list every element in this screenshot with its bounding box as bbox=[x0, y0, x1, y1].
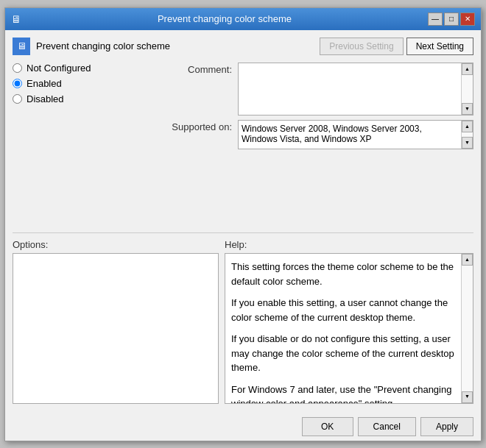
help-text-4: For Windows 7 and later, use the "Preven… bbox=[231, 383, 467, 404]
comment-scroll-up[interactable]: ▲ bbox=[462, 63, 473, 75]
help-text-3: If you disable or do not configure this … bbox=[231, 332, 467, 375]
enabled-option[interactable]: Enabled bbox=[13, 78, 160, 89]
divider bbox=[13, 232, 473, 233]
help-scroll-down[interactable]: ▼ bbox=[462, 391, 473, 403]
options-label: Options: bbox=[13, 239, 219, 250]
right-panel: Comment: ▲ ▼ Supported on: Windows bbox=[166, 63, 473, 227]
options-panel: Options: bbox=[13, 239, 219, 404]
left-panel: Not Configured Enabled Disabled bbox=[13, 63, 160, 227]
help-text-1: This setting forces the theme color sche… bbox=[231, 260, 467, 288]
policy-icon-glyph: 🖥 bbox=[17, 40, 27, 51]
disabled-label: Disabled bbox=[27, 93, 64, 104]
comment-scroll-track bbox=[462, 75, 473, 103]
main-area: Not Configured Enabled Disabled Com bbox=[13, 63, 473, 227]
ok-button[interactable]: OK bbox=[302, 417, 353, 436]
not-configured-radio[interactable] bbox=[13, 63, 22, 73]
supported-row: Supported on: Windows Server 2008, Windo… bbox=[166, 120, 473, 149]
options-box bbox=[13, 253, 219, 404]
cancel-button[interactable]: Cancel bbox=[358, 417, 416, 436]
policy-title-text: Prevent changing color scheme bbox=[36, 40, 170, 51]
minimize-button[interactable]: — bbox=[428, 13, 443, 26]
comment-wrapper: ▲ ▼ bbox=[238, 63, 473, 115]
supported-value: Windows Server 2008, Windows Server 2003… bbox=[239, 121, 461, 149]
enabled-radio[interactable] bbox=[13, 79, 22, 88]
maximize-button[interactable]: □ bbox=[444, 13, 459, 26]
comment-input[interactable] bbox=[239, 63, 461, 115]
not-configured-option[interactable]: Not Configured bbox=[13, 63, 160, 74]
main-window: 🖥 Prevent changing color scheme — □ ✕ 🖥 … bbox=[4, 7, 482, 441]
help-scroll-track bbox=[462, 266, 473, 391]
not-configured-label: Not Configured bbox=[27, 63, 91, 74]
radio-options: Not Configured Enabled Disabled bbox=[13, 63, 160, 109]
comment-scroll-down[interactable]: ▼ bbox=[462, 103, 473, 115]
window-content: 🖥 Prevent changing color scheme Previous… bbox=[5, 30, 481, 411]
supported-scroll-down[interactable]: ▼ bbox=[462, 137, 473, 149]
help-scroll-up[interactable]: ▲ bbox=[462, 254, 473, 266]
disabled-radio[interactable] bbox=[13, 94, 22, 104]
title-bar-icon: 🖥 bbox=[11, 13, 21, 25]
supported-label: Supported on: bbox=[166, 120, 232, 132]
help-box: This setting forces the theme color sche… bbox=[225, 253, 473, 404]
supported-container: Windows Server 2008, Windows Server 2003… bbox=[238, 120, 473, 149]
nav-buttons: Previous Setting Next Setting bbox=[320, 38, 473, 55]
enabled-label: Enabled bbox=[27, 78, 62, 89]
policy-icon: 🖥 bbox=[13, 38, 30, 55]
supported-scrollbar: ▲ ▼ bbox=[461, 121, 473, 149]
bottom-bar: OK Cancel Apply bbox=[5, 411, 481, 441]
title-bar-text: Prevent changing color scheme bbox=[21, 13, 428, 24]
comment-scrollbar: ▲ ▼ bbox=[461, 63, 473, 115]
help-text-2: If you enable this setting, a user canno… bbox=[231, 296, 467, 324]
close-button[interactable]: ✕ bbox=[460, 13, 475, 26]
help-panel: Help: This setting forces the theme colo… bbox=[225, 239, 473, 404]
comment-label: Comment: bbox=[166, 63, 232, 75]
header-row: 🖥 Prevent changing color scheme Previous… bbox=[13, 38, 473, 55]
help-scrollbar: ▲ ▼ bbox=[461, 254, 473, 403]
header-title: 🖥 Prevent changing color scheme bbox=[13, 38, 170, 55]
previous-setting-button[interactable]: Previous Setting bbox=[320, 38, 403, 55]
supported-scroll-up[interactable]: ▲ bbox=[462, 121, 473, 132]
title-bar-controls: — □ ✕ bbox=[428, 13, 475, 26]
next-setting-button[interactable]: Next Setting bbox=[406, 38, 473, 55]
help-label: Help: bbox=[225, 239, 473, 250]
title-bar: 🖥 Prevent changing color scheme — □ ✕ bbox=[5, 8, 481, 30]
disabled-option[interactable]: Disabled bbox=[13, 93, 160, 104]
bottom-panels: Options: Help: This setting forces the t… bbox=[13, 239, 473, 404]
apply-button[interactable]: Apply bbox=[420, 417, 473, 436]
comment-row: Comment: ▲ ▼ bbox=[166, 63, 473, 115]
